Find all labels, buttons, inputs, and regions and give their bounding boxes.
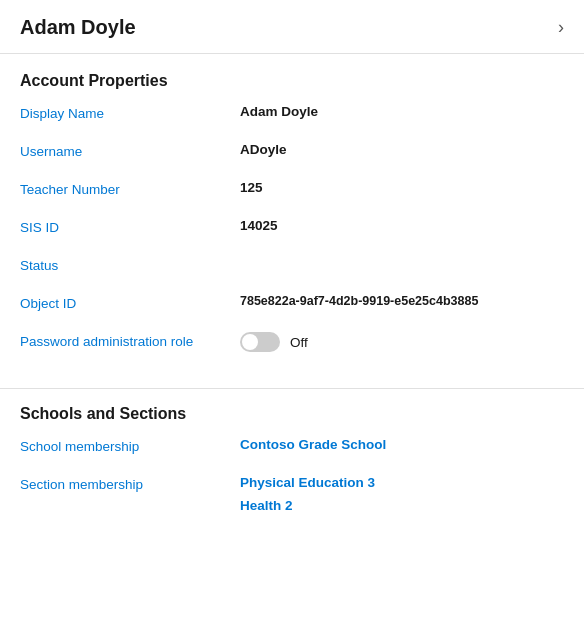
section-divider — [0, 388, 584, 389]
chevron-right-icon[interactable]: › — [558, 17, 564, 38]
teacher-number-label: Teacher Number — [20, 180, 240, 197]
section-membership-value-1[interactable]: Physical Education 3 — [240, 475, 375, 490]
object-id-label: Object ID — [20, 294, 240, 311]
status-row: Status — [20, 256, 564, 284]
sis-id-value: 14025 — [240, 218, 564, 233]
school-membership-row: School membership Contoso Grade School — [20, 437, 564, 465]
sis-id-row: SIS ID 14025 — [20, 218, 564, 246]
display-name-value: Adam Doyle — [240, 104, 564, 119]
schools-sections-section: Schools and Sections School membership C… — [0, 395, 584, 543]
username-label: Username — [20, 142, 240, 159]
password-admin-role-toggle-container: Off — [240, 332, 308, 352]
page-header: Adam Doyle › — [0, 0, 584, 54]
account-properties-section: Account Properties Display Name Adam Doy… — [0, 54, 584, 380]
object-id-row: Object ID 785e822a-9af7-4d2b-9919-e5e25c… — [20, 294, 564, 322]
teacher-number-value: 125 — [240, 180, 564, 195]
page-title: Adam Doyle — [20, 16, 136, 39]
password-admin-role-label: Password administration role — [20, 332, 240, 349]
username-row: Username ADoyle — [20, 142, 564, 170]
schools-sections-title: Schools and Sections — [20, 405, 564, 423]
school-membership-label: School membership — [20, 437, 240, 454]
password-admin-role-toggle[interactable] — [240, 332, 280, 352]
display-name-label: Display Name — [20, 104, 240, 121]
display-name-row: Display Name Adam Doyle — [20, 104, 564, 132]
sis-id-label: SIS ID — [20, 218, 240, 235]
password-admin-role-toggle-label: Off — [290, 335, 308, 350]
username-value: ADoyle — [240, 142, 564, 157]
status-label: Status — [20, 256, 240, 273]
password-admin-role-row: Password administration role Off — [20, 332, 564, 360]
object-id-value: 785e822a-9af7-4d2b-9919-e5e25c4b3885 — [240, 294, 564, 308]
section-membership-values: Physical Education 3 Health 2 — [240, 475, 375, 513]
section-membership-row: Section membership Physical Education 3 … — [20, 475, 564, 513]
account-properties-title: Account Properties — [20, 72, 564, 90]
teacher-number-row: Teacher Number 125 — [20, 180, 564, 208]
section-membership-value-2[interactable]: Health 2 — [240, 498, 375, 513]
section-membership-label: Section membership — [20, 475, 240, 492]
school-membership-value[interactable]: Contoso Grade School — [240, 437, 564, 452]
